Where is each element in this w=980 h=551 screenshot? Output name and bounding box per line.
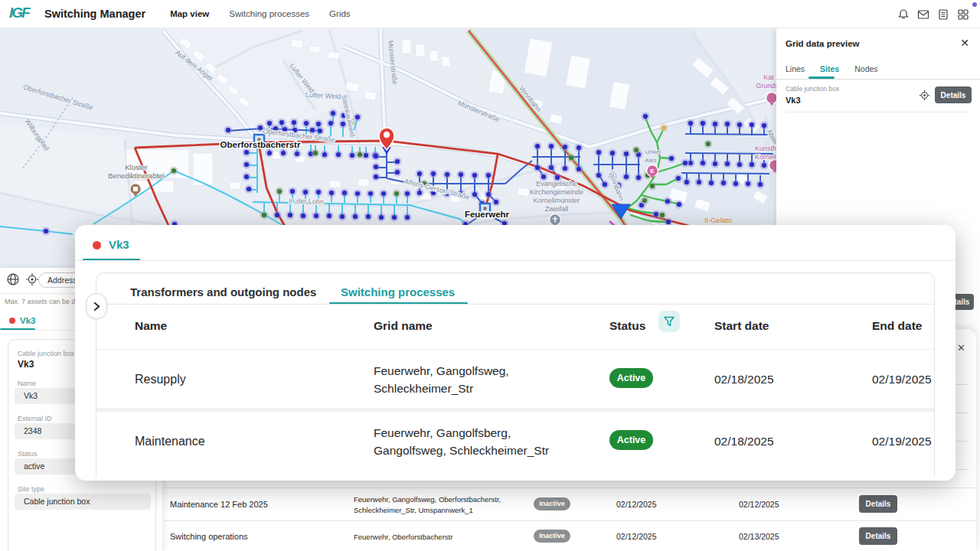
map-node[interactable]	[226, 128, 230, 132]
map-node[interactable]	[701, 161, 705, 165]
cable-service[interactable]	[685, 134, 773, 135]
map-node[interactable]	[725, 122, 730, 126]
map-node[interactable]	[577, 167, 581, 171]
map-node[interactable]	[634, 148, 639, 152]
apps-grid-icon[interactable]	[957, 8, 969, 21]
map-node[interactable]	[569, 155, 573, 160]
map-node[interactable]	[762, 163, 766, 168]
notifications-bell-icon[interactable]	[897, 8, 910, 21]
map-node[interactable]	[329, 191, 334, 195]
map-node[interactable]	[750, 122, 754, 127]
map-node[interactable]	[304, 121, 309, 126]
map-node[interactable]	[395, 159, 400, 164]
map-node[interactable]	[244, 150, 249, 155]
map-node[interactable]	[310, 128, 315, 132]
map-node[interactable]	[737, 122, 742, 127]
locate-on-map-icon[interactable]	[919, 90, 930, 101]
status-filter-button[interactable]	[658, 311, 680, 332]
map-node[interactable]	[262, 213, 266, 217]
collapse-panel-button[interactable]	[86, 293, 107, 319]
map-node[interactable]	[247, 187, 251, 191]
details-button[interactable]: Details	[859, 527, 897, 545]
map-node[interactable]	[624, 174, 629, 179]
map-node[interactable]	[758, 182, 763, 187]
map-node[interactable]	[374, 165, 378, 169]
map-node[interactable]	[549, 144, 554, 148]
map-node[interactable]	[431, 171, 436, 176]
map-node[interactable]	[316, 122, 321, 126]
map-node[interactable]	[535, 165, 540, 170]
table-row[interactable]: Switching operations Feuerwehr, Oberfors…	[92, 520, 976, 551]
map-node[interactable]	[577, 145, 581, 150]
nav-map-view[interactable]: Map view	[170, 9, 209, 18]
map-node[interactable]	[683, 161, 688, 165]
map-node[interactable]	[374, 154, 378, 158]
map-node[interactable]	[643, 114, 648, 119]
map-node[interactable]	[327, 214, 332, 218]
map-node[interactable]	[267, 121, 272, 126]
map-node[interactable]	[417, 171, 422, 176]
map-node[interactable]	[541, 174, 546, 179]
map-node[interactable]	[750, 162, 754, 167]
map-node[interactable]	[379, 215, 384, 220]
map-node[interactable]	[701, 121, 705, 126]
map-node[interactable]	[314, 214, 318, 218]
map-node[interactable]	[688, 121, 693, 126]
map-node[interactable]	[350, 153, 354, 158]
map-node[interactable]	[549, 165, 554, 170]
map-node[interactable]	[472, 173, 477, 178]
map-node[interactable]	[713, 161, 717, 166]
map-node[interactable]	[642, 198, 647, 203]
map-node[interactable]	[459, 172, 463, 177]
map-node[interactable]	[301, 214, 305, 218]
map-node[interactable]	[662, 126, 666, 130]
map-node[interactable]	[596, 173, 601, 178]
map-node[interactable]	[374, 174, 378, 179]
map-node[interactable]	[654, 212, 658, 217]
map-node[interactable]	[341, 122, 345, 126]
map-node[interactable]	[603, 182, 607, 187]
map-node[interactable]	[677, 202, 681, 207]
map-node[interactable]	[318, 129, 322, 133]
map-node[interactable]	[610, 151, 615, 155]
tab-transformers-nodes[interactable]: Transformers and outgoing nodes	[130, 285, 316, 298]
document-icon[interactable]	[937, 8, 949, 21]
map-node[interactable]	[328, 121, 333, 126]
map-node[interactable]	[288, 213, 292, 217]
map-node[interactable]	[355, 115, 360, 119]
nav-switching-processes[interactable]: Switching processes	[229, 9, 309, 18]
mail-icon[interactable]	[917, 8, 929, 21]
close-icon[interactable]: ✕	[957, 343, 965, 353]
site-type-field[interactable]: Cable junction box	[15, 494, 151, 510]
map-node[interactable]	[336, 152, 341, 157]
map-node[interactable]	[563, 145, 567, 149]
map-node[interactable]	[295, 152, 299, 156]
map-node[interactable]	[303, 190, 308, 194]
map-node[interactable]	[624, 152, 629, 156]
map-node[interactable]	[342, 191, 347, 195]
table-row[interactable]: Maintenance Feuerwehr, Gangolfsberg, Gan…	[96, 412, 935, 471]
map-node[interactable]	[684, 180, 689, 184]
map-node[interactable]	[669, 156, 674, 161]
map-node[interactable]	[676, 176, 681, 181]
map-node[interactable]	[275, 213, 279, 217]
map-node[interactable]	[563, 166, 567, 171]
map-node[interactable]	[650, 184, 655, 188]
map-node[interactable]	[405, 191, 410, 196]
table-row[interactable]: Resupply Feuerwehr, Gangolfsweg, Schleck…	[96, 350, 935, 409]
modal-site-tab[interactable]: Vk3	[109, 238, 129, 251]
map-node[interactable]	[340, 214, 345, 219]
map-node[interactable]	[494, 200, 498, 204]
column-header-start-date[interactable]: Start date	[714, 319, 769, 333]
map-node[interactable]	[244, 162, 249, 167]
poi-pin[interactable]	[769, 160, 777, 171]
map-node[interactable]	[292, 120, 296, 125]
map-node[interactable]	[244, 174, 249, 179]
map-node[interactable]	[258, 126, 263, 130]
map-node[interactable]	[666, 220, 671, 224]
map-node[interactable]	[535, 144, 540, 148]
map-node[interactable]	[721, 181, 726, 185]
tab-sites[interactable]: Sites	[820, 64, 839, 73]
map-node[interactable]	[713, 122, 717, 126]
map-node[interactable]	[44, 229, 48, 233]
